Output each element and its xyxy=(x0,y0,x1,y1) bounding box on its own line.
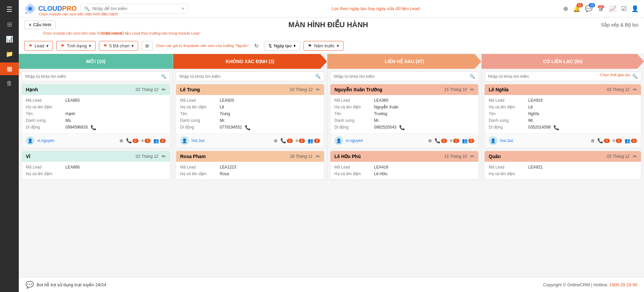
card-ln-footer: 👤 hoc.bui ⊕ 📞 0 ≡ 0 👥 0 xyxy=(485,133,641,148)
card-hanh-avatar: 👤 xyxy=(26,136,35,145)
hotline-link[interactable]: 1900 29 29 90 xyxy=(609,282,637,287)
annotation-chon-gia-tri: Chọn các giá trị dropdown cần xem của tr… xyxy=(156,44,249,48)
card-nxt-add-icon[interactable]: ⊕ xyxy=(428,138,432,143)
topbar: ☁ CLOUDPRO 🔍 ▾ Lọc theo ngày tạo hay ngà… xyxy=(19,0,644,17)
hamburger-icon[interactable]: ☰ xyxy=(4,3,15,16)
cau-hinh-button[interactable]: ∧ Cấu hình xyxy=(24,20,56,29)
card-lhp-edit-icon[interactable]: ✏ xyxy=(470,154,474,159)
page-title: MÀN HÌNH ĐIỀU HÀNH xyxy=(56,20,601,29)
card-lhp-date: 15 Tháng 10 xyxy=(444,154,467,159)
sort-date-button[interactable]: ⇅ Ngày tạo ▾ xyxy=(264,41,301,51)
card-quan-edit-icon[interactable]: ✏ xyxy=(633,154,637,159)
card-hanh-date: 02 Tháng 12 xyxy=(136,87,158,92)
col-lhs-search-input[interactable] xyxy=(334,74,468,79)
tinh-trang-label: Tình trạng xyxy=(67,43,87,48)
card-hanh-header: Hạnh 02 Tháng 12 ✏ xyxy=(22,84,170,95)
card-ln-username[interactable]: hoc.bui xyxy=(500,138,513,143)
tasks-badge-icon: ≡ xyxy=(141,138,144,143)
card-nxt-header: Nguyễn Xuân Trường 15 Tháng 10 ✏ xyxy=(330,84,478,95)
card-nxt-edit-icon[interactable]: ✏ xyxy=(470,87,474,92)
card-quan-header: Quân 02 Tháng 12 ✏ xyxy=(485,151,641,162)
tinh-trang-filter-icon: ⚑ xyxy=(61,43,65,48)
card-nguyen-xuan-truong: Nguyễn Xuân Trường 15 Tháng 10 ✏ Mã Lead… xyxy=(330,84,479,148)
card-hanh-di-dong-row: Di động 0994596833 📞 xyxy=(26,124,166,131)
col-lhs-label: LIÊN HỆ SAU (47) xyxy=(385,59,424,64)
sidebar-item-dashboard[interactable]: ⊞ xyxy=(0,18,19,31)
card-hanh-danh-xung-value: Ms. xyxy=(65,118,72,123)
col-kxd-search[interactable]: 🔍 xyxy=(176,71,324,81)
footer-copyright: Copyright © OnlineCRM | Hotline: 1900 29… xyxy=(543,282,637,287)
col-cll-search-icon: 🔍 xyxy=(632,74,638,79)
ma-lead-label: Mã Lead xyxy=(26,98,63,103)
card-hanh-edit-icon[interactable]: ✏ xyxy=(162,87,166,92)
main-content: Chọn module cần xem trên màn hình điều h… xyxy=(19,17,644,201)
sidebar-item-folder[interactable]: 📁 xyxy=(0,48,19,60)
refresh-button[interactable]: ↻ xyxy=(252,41,261,51)
card-ln-name: Lê Nghĩa xyxy=(489,87,508,92)
kanban-col-khong-xac-dinh: KHÔNG XÁC ĐỊNH (3) 🔍 Lê Trung 02 Tháng 1… xyxy=(173,54,327,181)
card-le-trung-edit-icon[interactable]: ✏ xyxy=(316,87,320,92)
grid-icon: ⊞ xyxy=(145,43,149,48)
card-rosa-header: Rosa Pham 28 Tháng 11 ✏ xyxy=(176,151,324,162)
cau-hinh-label: Cấu hình xyxy=(33,22,51,27)
filters-row: ⚑ Lead ▾ ⚑ Tình trạng ▾ ⚑ 5 Đã chọn ▾ ⊞ … xyxy=(24,38,639,54)
card-le-trung-username[interactable]: hoc.bui xyxy=(192,138,205,143)
logo-icon: ☁ xyxy=(24,3,36,15)
card-vi-header: Vĩ 02 Tháng 12 ✏ xyxy=(22,151,170,162)
tasks-icon[interactable]: ☑ xyxy=(621,5,627,12)
logo-text: CLOUDPRO xyxy=(38,5,76,12)
col-moi-search[interactable]: 🔍 xyxy=(21,71,170,81)
col-kxd-search-input[interactable] xyxy=(179,74,313,79)
search-bar[interactable]: 🔍 ▾ xyxy=(80,4,188,13)
phone-icon-2[interactable]: 📞 xyxy=(245,125,251,130)
add-button[interactable]: ⊕ xyxy=(563,5,568,12)
col-lhs-header: LIÊN HỆ SAU (47) xyxy=(327,54,481,69)
da-chon-filter-button[interactable]: ⚑ 5 Đã chọn ▾ xyxy=(99,41,138,51)
analytics-icon[interactable]: 📈 xyxy=(609,5,616,12)
search-icon: 🔍 xyxy=(84,6,90,11)
user-icon[interactable]: 👤 xyxy=(631,5,639,12)
card-hanh-ma-lead-value: LEA865 xyxy=(65,98,80,103)
sidebar-item-reports[interactable]: 📊 xyxy=(0,33,19,46)
kanban-col-co-lien-lac: CÓ LIÊN LẠC (56) 🔍 Chọn thời gian lọc Lê… xyxy=(482,54,644,181)
sort-filter-button[interactable]: Sắp xếp & Bộ lọc xyxy=(601,22,639,28)
sidebar-item-kanban[interactable]: ▦ xyxy=(0,62,19,75)
ho-ten-dem-label: Họ và tên đệm xyxy=(26,105,63,109)
card-ln-add-icon[interactable]: ⊕ xyxy=(591,138,595,143)
phone-icon-3[interactable]: 📞 xyxy=(399,125,405,130)
phone-icon-4[interactable]: 📞 xyxy=(553,125,559,130)
col-moi-search-input[interactable] xyxy=(25,74,159,79)
contacts-icon: 👥 xyxy=(153,138,159,143)
col-kxd-cards: Lê Trung 02 Tháng 12 ✏ Mã Lead LEA920 Họ… xyxy=(173,83,327,181)
col-cll-label: CÓ LIÊN LẠC (56) xyxy=(543,59,583,64)
page-footer: 💬 Bot hỗ trợ sử dụng trực tuyến 24/24 Co… xyxy=(19,277,644,292)
grid-view-button[interactable]: ⊞ xyxy=(142,41,153,51)
card-le-trung-add-icon[interactable]: ⊕ xyxy=(274,138,278,143)
card-rosa-pham: Rosa Pham 28 Tháng 11 ✏ Mã Lead LEA1223 … xyxy=(176,151,324,180)
card-hanh-ma-lead-row: Mã Lead LEA865 xyxy=(26,97,166,104)
danh-xung-label: Danh xưng xyxy=(26,118,63,123)
card-hanh-username[interactable]: vi.nguyen xyxy=(37,138,54,143)
year-filter-button[interactable]: ⚑ Năm trước ▾ xyxy=(304,41,343,51)
card-rosa-edit-icon[interactable]: ✏ xyxy=(316,154,320,159)
col-lhs-search[interactable]: 🔍 xyxy=(330,71,479,81)
module-filter-button[interactable]: ⚑ Lead ▾ xyxy=(24,41,53,51)
notification-button[interactable]: 🔔 51 xyxy=(573,5,580,12)
card-le-trung-date: 02 Tháng 12 xyxy=(290,87,313,92)
card-hanh-add-icon[interactable]: ⊕ xyxy=(119,138,123,143)
module-chevron-icon: ▾ xyxy=(46,43,49,48)
calls-icon: 📞 xyxy=(126,138,132,143)
phone-icon[interactable]: 📞 xyxy=(91,125,96,130)
card-ln-edit-icon[interactable]: ✏ xyxy=(633,87,637,92)
card-hanh-footer: 👤 vi.nguyen ⊕ 📞 0 ≡ 0 👥 xyxy=(22,133,170,148)
card-nxt-username[interactable]: vi.nguyen xyxy=(346,138,363,143)
sidebar-item-trash[interactable]: 🗑 xyxy=(0,77,19,90)
module-filter-label: Lead xyxy=(35,43,44,48)
search-input[interactable] xyxy=(92,6,178,11)
da-chon-label: 5 Đã chọn xyxy=(109,43,129,48)
tinh-trang-filter-button[interactable]: ⚑ Tình trạng ▾ xyxy=(56,41,96,51)
card-vi-edit-icon[interactable]: ✏ xyxy=(162,154,166,159)
calendar-icon[interactable]: 📅 xyxy=(597,5,604,12)
sort-chevron-icon: ▾ xyxy=(293,43,296,48)
messages-button[interactable]: 💬 10 xyxy=(585,5,592,12)
